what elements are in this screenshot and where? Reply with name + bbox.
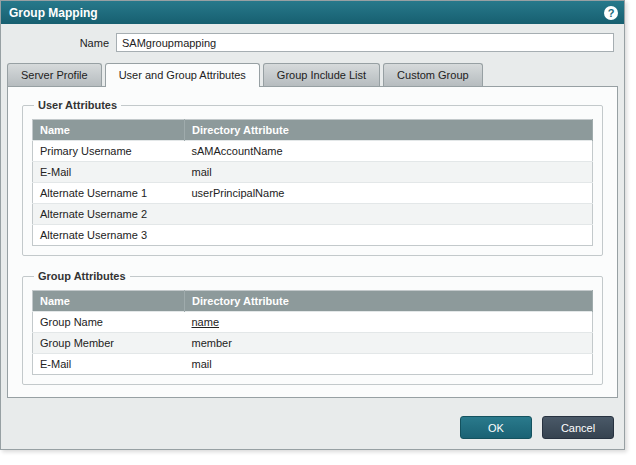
- directory-attribute-cell[interactable]: mail: [185, 162, 593, 183]
- group-mapping-dialog: Group Mapping ? Name Server Profile User…: [0, 0, 625, 450]
- directory-attribute-cell[interactable]: [185, 204, 593, 225]
- attribute-name-cell: Alternate Username 2: [33, 204, 185, 225]
- column-header-directory-attribute: Directory Attribute: [185, 120, 593, 141]
- column-header-name: Name: [33, 120, 185, 141]
- dialog-footer: OK Cancel: [460, 416, 614, 439]
- help-icon[interactable]: ?: [604, 6, 618, 20]
- directory-attribute-cell[interactable]: member: [185, 333, 593, 354]
- table-header-row: Name Directory Attribute: [33, 120, 593, 141]
- tab-bar: Server Profile User and Group Attributes…: [7, 63, 624, 86]
- table-row[interactable]: E-Mail mail: [33, 354, 593, 375]
- attribute-name-cell: Alternate Username 1: [33, 183, 185, 204]
- attribute-name-cell: E-Mail: [33, 354, 185, 375]
- attribute-name-cell: E-Mail: [33, 162, 185, 183]
- user-attributes-section: User Attributes Name Directory Attribute…: [22, 99, 603, 256]
- tab-group-include-list[interactable]: Group Include List: [263, 63, 380, 86]
- dialog-title: Group Mapping: [9, 6, 98, 20]
- directory-attribute-cell[interactable]: sAMAccountName: [185, 141, 593, 162]
- directory-attribute-cell[interactable]: mail: [185, 354, 593, 375]
- group-attributes-table: Name Directory Attribute Group Name name…: [32, 290, 593, 375]
- table-row[interactable]: Alternate Username 3: [33, 225, 593, 246]
- table-row[interactable]: E-Mail mail: [33, 162, 593, 183]
- attribute-name-cell: Group Name: [33, 312, 185, 333]
- tab-content-panel: User Attributes Name Directory Attribute…: [7, 86, 618, 398]
- tab-custom-group[interactable]: Custom Group: [383, 63, 483, 86]
- cancel-button[interactable]: Cancel: [542, 416, 614, 439]
- column-header-name: Name: [33, 291, 185, 312]
- group-attributes-section: Group Attributes Name Directory Attribut…: [22, 270, 603, 385]
- tab-server-profile[interactable]: Server Profile: [7, 63, 102, 86]
- table-header-row: Name Directory Attribute: [33, 291, 593, 312]
- column-header-directory-attribute: Directory Attribute: [185, 291, 593, 312]
- table-row[interactable]: Primary Username sAMAccountName: [33, 141, 593, 162]
- name-row: Name: [1, 24, 624, 59]
- group-attributes-title: Group Attributes: [34, 270, 130, 282]
- table-row[interactable]: Alternate Username 1 userPrincipalName: [33, 183, 593, 204]
- attribute-name-cell: Primary Username: [33, 141, 185, 162]
- tab-user-and-group-attributes[interactable]: User and Group Attributes: [105, 63, 260, 87]
- table-row[interactable]: Group Member member: [33, 333, 593, 354]
- table-row[interactable]: Alternate Username 2: [33, 204, 593, 225]
- directory-attribute-cell[interactable]: userPrincipalName: [185, 183, 593, 204]
- ok-button[interactable]: OK: [460, 416, 532, 439]
- user-attributes-title: User Attributes: [34, 99, 121, 111]
- name-input[interactable]: [116, 33, 614, 52]
- directory-attribute-link[interactable]: name: [185, 312, 593, 333]
- user-attributes-table: Name Directory Attribute Primary Usernam…: [32, 119, 593, 246]
- dialog-titlebar: Group Mapping ?: [1, 1, 624, 24]
- attribute-name-cell: Alternate Username 3: [33, 225, 185, 246]
- attribute-name-cell: Group Member: [33, 333, 185, 354]
- table-row[interactable]: Group Name name: [33, 312, 593, 333]
- name-label: Name: [1, 37, 116, 49]
- directory-attribute-cell[interactable]: [185, 225, 593, 246]
